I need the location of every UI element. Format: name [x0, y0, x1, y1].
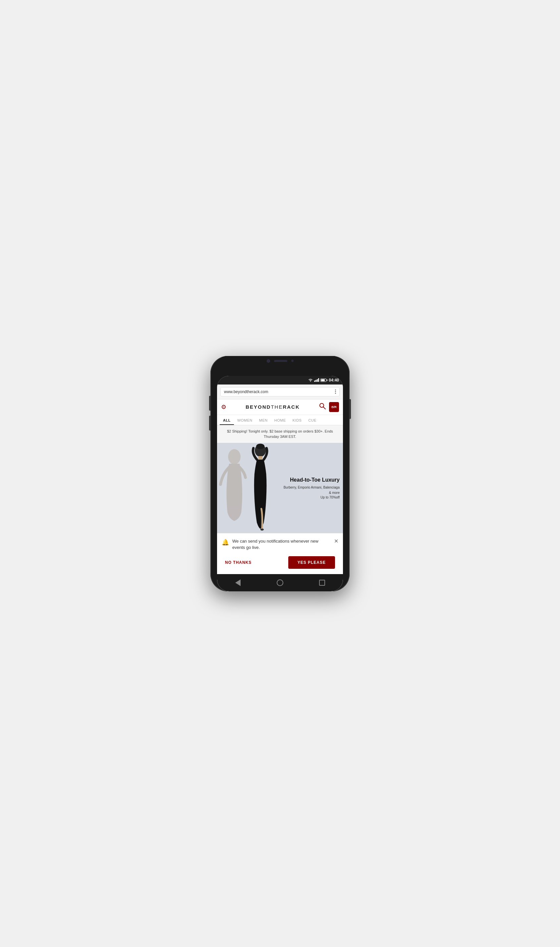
status-icons: 04:40: [308, 378, 339, 382]
cart-label: B/R: [331, 405, 337, 409]
notification-popup: 🔔 We can send you notifications whenever…: [217, 533, 343, 574]
cart-button[interactable]: B/R: [329, 402, 339, 412]
url-bar[interactable]: www.beyondtherack.com: [220, 387, 340, 396]
sensor: [291, 360, 294, 362]
hero-discount: Up to 70%off: [283, 496, 340, 499]
phone-device: 04:40 www.beyondtherack.com ⚙ BEYONDTHER…: [211, 356, 349, 591]
website-content: ⚙ BEYONDTHERACK B/R: [217, 399, 343, 574]
back-button[interactable]: [233, 578, 243, 587]
search-icon: [319, 403, 326, 410]
notification-message: We can send you notifications whenever n…: [232, 538, 331, 551]
recents-button[interactable]: [317, 578, 327, 587]
browser-bar: www.beyondtherack.com: [217, 385, 343, 399]
hero-text-block: Head-to-Toe Luxury Burberry, Emporio Arm…: [283, 476, 340, 499]
site-logo: BEYONDTHERACK: [246, 404, 300, 410]
android-nav-bar: [217, 574, 343, 591]
yes-please-button[interactable]: YES PLEASE: [288, 556, 335, 569]
browser-menu-button[interactable]: [335, 390, 336, 394]
close-notification-button[interactable]: ✕: [334, 538, 338, 544]
hero-section[interactable]: Head-to-Toe Luxury Burberry, Emporio Arm…: [217, 443, 343, 533]
signal-icon: [314, 378, 319, 382]
settings-icon[interactable]: ⚙: [221, 403, 226, 411]
svg-point-5: [256, 443, 265, 449]
tab-men[interactable]: MEN: [256, 415, 271, 425]
site-header: ⚙ BEYONDTHERACK B/R: [217, 399, 343, 415]
svg-point-1: [320, 403, 324, 407]
svg-point-7: [260, 528, 264, 530]
status-time: 04:40: [329, 378, 339, 382]
phone-top-bar: [217, 356, 343, 366]
svg-point-0: [310, 381, 311, 382]
tab-women[interactable]: WOMEN: [234, 415, 256, 425]
battery-icon: [320, 379, 326, 382]
shipping-banner: $2 Shipping! Tonight only. $2 base shipp…: [217, 425, 343, 443]
tab-cue[interactable]: CUE: [305, 415, 320, 425]
notification-buttons: NO THANKS YES PLEASE: [222, 556, 338, 569]
phone-screen: 04:40 www.beyondtherack.com ⚙ BEYONDTHER…: [217, 376, 343, 591]
tab-all[interactable]: ALL: [220, 415, 234, 425]
svg-rect-6: [258, 456, 262, 459]
no-thanks-button[interactable]: NO THANKS: [225, 560, 251, 565]
front-camera: [267, 359, 270, 363]
bell-icon: 🔔: [222, 539, 229, 546]
svg-point-3: [228, 449, 241, 464]
tab-kids[interactable]: KIDS: [289, 415, 305, 425]
tab-home[interactable]: HOME: [271, 415, 289, 425]
status-bar: 04:40: [217, 376, 343, 385]
notification-top: 🔔 We can send you notifications whenever…: [222, 538, 338, 551]
nav-tabs: ALL WOMEN MEN HOME KIDS CUE: [217, 415, 343, 425]
hero-brands: Burberry, Emporio Armani, Balenciaga & m…: [283, 485, 340, 496]
home-button[interactable]: [275, 578, 285, 587]
wifi-icon: [308, 378, 313, 382]
header-actions: B/R: [319, 402, 339, 412]
shipping-text: $2 Shipping! Tonight only. $2 base shipp…: [227, 429, 333, 439]
url-text: www.beyondtherack.com: [224, 390, 268, 394]
speaker: [274, 360, 287, 362]
svg-line-2: [323, 407, 325, 409]
hero-image: [217, 443, 286, 533]
search-button[interactable]: [319, 403, 326, 411]
hero-title: Head-to-Toe Luxury: [283, 476, 340, 483]
